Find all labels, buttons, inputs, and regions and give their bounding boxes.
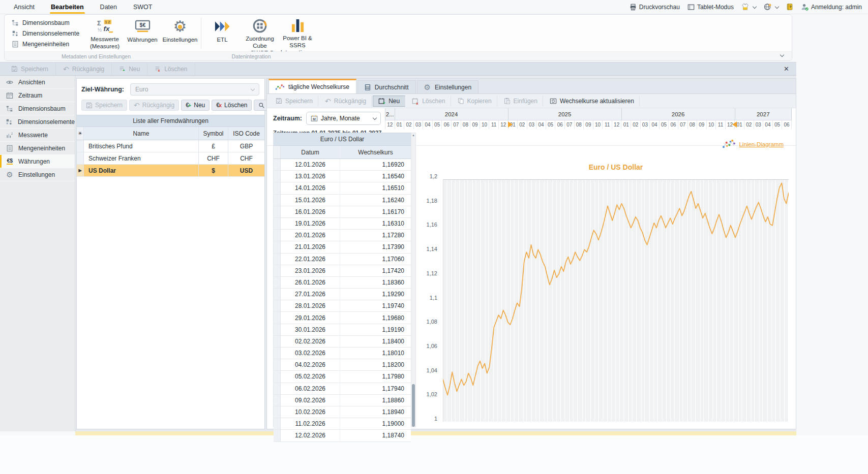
rate-row-28-01-2026[interactable]: 28.01.2026 1,19740 bbox=[274, 300, 411, 312]
rate-row-12-01-2026[interactable]: 12.01.2026 1,16920 bbox=[274, 159, 411, 171]
rate-row-04-02-2026[interactable]: 04.02.2026 1,18200 bbox=[274, 359, 411, 371]
timeline-month-2026-05[interactable]: 05 bbox=[660, 120, 669, 129]
rate-row-22-01-2026[interactable]: 22.01.2026 1,17060 bbox=[274, 254, 411, 265]
timeline-month-2026-04[interactable]: 04 bbox=[650, 120, 660, 129]
rate-row-23-01-2026[interactable]: 23.01.2026 1,17420 bbox=[274, 265, 411, 277]
timeline-month-2024-05[interactable]: 05 bbox=[433, 120, 442, 129]
timeline-month-2024-06[interactable]: 06 bbox=[442, 120, 452, 129]
rate-row-19-01-2026[interactable]: 19.01.2026 1,16310 bbox=[274, 218, 411, 230]
rate-row-20-01-2026[interactable]: 20.01.2026 1,17280 bbox=[274, 230, 411, 241]
target-currency-select[interactable]: Euro bbox=[130, 83, 259, 96]
timeline-month-2025-08[interactable]: 08 bbox=[575, 120, 584, 129]
ribbon-button-mengeneinheiten[interactable]: Mengeneinheiten bbox=[10, 40, 84, 48]
column-header-name[interactable]: Name bbox=[84, 127, 198, 140]
toolbar-button-speichern[interactable]: Speichern bbox=[4, 62, 56, 76]
timeline-month-2027-02[interactable]: 02 bbox=[744, 120, 754, 129]
close-icon[interactable]: ✕ bbox=[784, 65, 789, 73]
rates-button-neu[interactable]: +Neu bbox=[373, 96, 405, 107]
ribbon-button-power-bi-ssrs-integration[interactable]: Power BI & SSRSIntegration bbox=[279, 16, 316, 50]
rates-button-wechselkurse-aktualisieren[interactable]: Wechselkurse aktualisieren bbox=[544, 96, 640, 107]
timeline-month-2024-04[interactable]: 04 bbox=[423, 120, 433, 129]
sidebar-item-messwerte[interactable]: 2Messwerte bbox=[0, 129, 75, 142]
currency-button-speichern[interactable]: Speichern bbox=[81, 100, 127, 111]
timeline-month-2025-10[interactable]: 10 bbox=[593, 120, 603, 129]
timeline-months[interactable]: 1201020304050607080910111201020304050607… bbox=[385, 120, 792, 129]
timeline-month-2026-02[interactable]: 02 bbox=[631, 120, 641, 129]
currency-row-britisches-pfund[interactable]: Britisches Pfund £ GBP bbox=[77, 140, 264, 152]
toolbar-button-loschen[interactable]: xLöschen bbox=[147, 62, 195, 76]
timeline-month-2024-12[interactable]: 12 bbox=[499, 120, 508, 129]
timeline-month-2026-10[interactable]: 10 bbox=[707, 120, 716, 129]
rate-row-29-01-2026[interactable]: 29.01.2026 1,19680 bbox=[274, 312, 411, 324]
timeline-month-2-12[interactable]: 12 bbox=[385, 120, 395, 129]
rates-button-ruckgangig[interactable]: ↶Rückgängig bbox=[319, 96, 372, 107]
rate-row-03-02-2026[interactable]: 03.02.2026 1,18010 bbox=[274, 347, 411, 359]
tab-durchschnitt[interactable]: Durchschnitt bbox=[357, 80, 416, 93]
timeline-month-2024-10[interactable]: 10 bbox=[480, 120, 490, 129]
range-start-marker-icon[interactable] bbox=[508, 121, 513, 128]
timeline-month-2024-08[interactable]: 08 bbox=[461, 120, 471, 129]
timeline-month-2024-02[interactable]: 02 bbox=[404, 120, 414, 129]
rate-row-09-02-2026[interactable]: 09.02.2026 1,18860 bbox=[274, 395, 411, 406]
rates-table-scrollbar[interactable]: ▲ ▼ bbox=[411, 133, 416, 427]
menu-action-anmeldung-admin[interactable]: Anmeldung: admin bbox=[801, 3, 862, 11]
chart-type-link[interactable]: Linien-Diagramm bbox=[723, 139, 784, 149]
timeline-month-2025-11[interactable]: 11 bbox=[603, 120, 612, 129]
menu-action-tablet-modus[interactable]: Tablet-Modus bbox=[687, 4, 734, 11]
sidebar-item-mengeneinheiten[interactable]: Mengeneinheiten bbox=[0, 142, 75, 155]
rate-row-15-01-2026[interactable]: 15.01.2026 1,16240 bbox=[274, 195, 411, 206]
sidebar-item-ansichten[interactable]: Ansichten bbox=[0, 76, 75, 89]
menu-action-druckvorschau[interactable]: Druckvorschau bbox=[630, 4, 680, 11]
rates-button-einfugen[interactable]: Einfügen bbox=[498, 96, 543, 107]
ribbon-button-etl[interactable]: ETL bbox=[203, 16, 241, 50]
timeline-year-2027[interactable]: 2027 bbox=[735, 108, 792, 120]
timeline-month-2026-07[interactable]: 07 bbox=[678, 120, 688, 129]
menu-tab-swot[interactable]: SWOT bbox=[126, 1, 160, 14]
rate-row-13-01-2026[interactable]: 13.01.2026 1,16540 bbox=[274, 171, 411, 182]
rate-row-21-01-2026[interactable]: 21.01.2026 1,17390 bbox=[274, 241, 411, 253]
timeline-year-2024[interactable]: 2024 bbox=[395, 108, 508, 120]
menu-action-globe[interactable] bbox=[764, 3, 779, 11]
rate-row-16-01-2026[interactable]: 16.01.2026 1,16170 bbox=[274, 206, 411, 218]
menu-tab-daten[interactable]: Daten bbox=[93, 1, 125, 14]
ribbon-button-zuordnung-cube-zu-swot-co[interactable]: Zuordnung Cubezu SWOT Co bbox=[241, 16, 279, 50]
timeline-year-2026[interactable]: 2026 bbox=[622, 108, 735, 120]
timeline-month-2027-03[interactable]: 03 bbox=[754, 120, 764, 129]
rate-row-14-01-2026[interactable]: 14.01.2026 1,16510 bbox=[274, 182, 411, 194]
rate-row-11-02-2026[interactable]: 11.02.2026 1,19000 bbox=[274, 418, 411, 430]
currency-button-ruckgangig[interactable]: ↶Rückgängig bbox=[129, 100, 179, 111]
range-end-marker-icon[interactable] bbox=[732, 121, 737, 128]
ribbon-button-einstellungen[interactable]: ⚙ Einstellungen bbox=[161, 16, 199, 50]
timeline-month-2025-09[interactable]: 09 bbox=[584, 120, 593, 129]
sidebar-item-dimensionselemente[interactable]: Dimensionselemente bbox=[0, 115, 75, 129]
sidebar-item-dimensionsbaum[interactable]: Dimensionsbaum bbox=[0, 102, 75, 115]
timeline-month-2026-09[interactable]: 09 bbox=[697, 120, 707, 129]
timeline-month-2026-01[interactable]: 01 bbox=[621, 120, 631, 129]
timeline-month-2027-06[interactable]: 06 bbox=[782, 120, 792, 129]
timeline-month-2025-06[interactable]: 06 bbox=[555, 120, 565, 129]
timeline-month-2026-11[interactable]: 11 bbox=[716, 120, 726, 129]
timeline-month-2027-04[interactable]: 04 bbox=[763, 120, 773, 129]
sidebar-item-einstellungen[interactable]: ⚙Einstellungen bbox=[0, 168, 75, 181]
timeline-month-2024-01[interactable]: 01 bbox=[395, 120, 405, 129]
timeline-month-2024-09[interactable]: 09 bbox=[470, 120, 480, 129]
sidebar-item-zeitraum[interactable]: Zeitraum bbox=[0, 89, 75, 102]
tab-einstellungen[interactable]: ⚙Einstellungen bbox=[417, 80, 479, 93]
timeline-month-2025-04[interactable]: 04 bbox=[536, 120, 546, 129]
column-header-wechselkurs[interactable]: Wechselkurs bbox=[340, 146, 411, 159]
menu-action-shirt[interactable] bbox=[741, 3, 756, 11]
menu-action-help[interactable]: ? bbox=[786, 3, 793, 11]
timeline-month-2025-05[interactable]: 05 bbox=[546, 120, 556, 129]
rate-row-26-01-2026[interactable]: 26.01.2026 1,18360 bbox=[274, 277, 411, 289]
column-header-datum[interactable]: Datum bbox=[281, 146, 340, 159]
currency-button-loschen[interactable]: €xLöschen bbox=[212, 100, 252, 111]
tab-tagliche-wechselkurse[interactable]: tägliche Wechselkurse bbox=[268, 79, 356, 93]
menu-tab-bearbeiten[interactable]: Bearbeiten bbox=[43, 1, 92, 14]
toolbar-button-neu[interactable]: +Neu bbox=[112, 62, 147, 76]
zeitraum-select[interactable]: M Jahre, Monate bbox=[306, 112, 381, 125]
rate-row-10-02-2026[interactable]: 10.02.2026 1,18940 bbox=[274, 406, 411, 418]
timeline-month-2026-06[interactable]: 06 bbox=[669, 120, 678, 129]
timeline-month-2025-07[interactable]: 07 bbox=[565, 120, 575, 129]
rate-row-27-01-2026[interactable]: 27.01.2026 1,19290 bbox=[274, 289, 411, 300]
column-header-iso[interactable]: ISO Code bbox=[228, 127, 264, 140]
